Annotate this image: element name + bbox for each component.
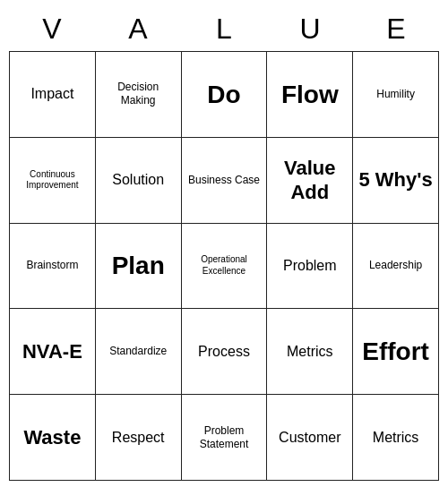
cell-text-1-0: Continuous Improvement: [13, 169, 91, 192]
cell-4-4: Metrics: [353, 395, 439, 481]
cell-text-2-4: Leadership: [369, 259, 422, 272]
cell-text-0-0: Impact: [30, 85, 73, 103]
cell-text-3-4: Effort: [362, 336, 429, 367]
cell-2-2: Operational Excellence: [182, 224, 268, 310]
cell-0-4: Humility: [353, 52, 439, 138]
cell-4-0: Waste: [10, 395, 96, 481]
cell-4-1: Respect: [96, 395, 182, 481]
cell-1-3: Value Add: [267, 138, 353, 224]
cell-text-2-1: Plan: [112, 250, 165, 281]
cell-text-2-2: Operational Excellence: [185, 254, 263, 277]
cell-text-3-3: Metrics: [287, 343, 333, 361]
cell-text-1-2: Business Case: [188, 174, 260, 187]
cell-2-4: Leadership: [353, 224, 439, 310]
cell-text-1-4: 5 Why's: [358, 167, 432, 192]
cell-text-2-0: Brainstorm: [26, 259, 78, 272]
cell-text-0-4: Humility: [376, 88, 415, 101]
cell-3-0: NVA-E: [10, 309, 96, 395]
cell-text-4-0: Waste: [23, 425, 81, 450]
cell-2-3: Problem: [267, 224, 353, 310]
cell-0-0: Impact: [10, 52, 96, 138]
bingo-grid: ImpactDecision MakingDoFlowHumilityConti…: [9, 51, 439, 481]
cell-0-2: Do: [182, 52, 268, 138]
cell-text-0-2: Do: [207, 79, 240, 110]
cell-3-1: Standardize: [96, 309, 182, 395]
cell-text-3-0: NVA-E: [22, 339, 82, 364]
header-letter-l: L: [181, 6, 267, 51]
header-row: VALUE: [9, 6, 439, 51]
cell-0-3: Flow: [267, 52, 353, 138]
cell-1-0: Continuous Improvement: [10, 138, 96, 224]
cell-text-3-1: Standardize: [109, 345, 167, 358]
cell-text-0-1: Decision Making: [99, 81, 177, 107]
cell-3-4: Effort: [353, 309, 439, 395]
cell-text-4-4: Metrics: [373, 429, 419, 447]
header-letter-a: A: [95, 6, 181, 51]
bingo-card: VALUE ImpactDecision MakingDoFlowHumilit…: [9, 6, 439, 481]
cell-text-0-3: Flow: [281, 79, 339, 110]
cell-text-1-3: Value Add: [271, 156, 349, 205]
header-letter-e: E: [353, 6, 439, 51]
cell-text-1-1: Solution: [112, 171, 164, 189]
cell-text-4-2: Problem Statement: [185, 424, 263, 451]
cell-1-4: 5 Why's: [353, 138, 439, 224]
cell-1-1: Solution: [96, 138, 182, 224]
cell-2-1: Plan: [96, 224, 182, 310]
cell-4-3: Customer: [267, 395, 353, 481]
cell-text-2-3: Problem: [283, 257, 337, 275]
header-letter-u: U: [267, 6, 353, 51]
header-letter-v: V: [9, 6, 95, 51]
cell-4-2: Problem Statement: [182, 395, 268, 481]
cell-text-4-3: Customer: [279, 429, 340, 447]
cell-2-0: Brainstorm: [10, 224, 96, 310]
cell-3-2: Process: [182, 309, 268, 395]
cell-0-1: Decision Making: [96, 52, 182, 138]
cell-1-2: Business Case: [182, 138, 268, 224]
cell-text-3-2: Process: [198, 343, 250, 361]
cell-text-4-1: Respect: [112, 429, 165, 447]
cell-3-3: Metrics: [267, 309, 353, 395]
